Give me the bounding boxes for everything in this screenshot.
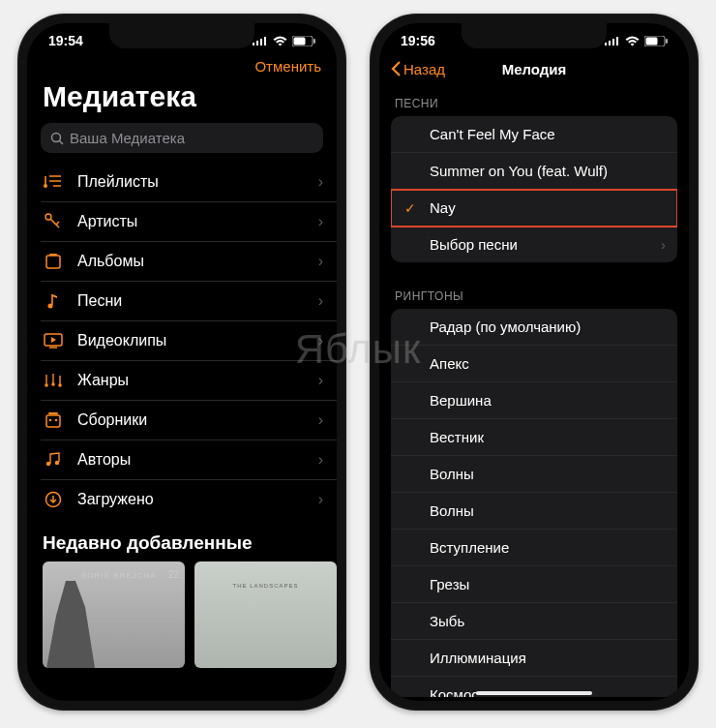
downloaded-icon (43, 491, 64, 508)
status-icons (253, 36, 315, 46)
home-indicator[interactable] (476, 691, 592, 695)
song-row[interactable]: Can't Feel My Face (391, 116, 677, 153)
search-input[interactable]: Ваша Медиатека (41, 123, 323, 153)
ringtone-row[interactable]: Зыбь (391, 603, 677, 640)
svg-rect-28 (48, 412, 58, 414)
svg-rect-16 (46, 256, 60, 268)
svg-rect-6 (313, 39, 315, 44)
svg-point-30 (55, 461, 59, 465)
chevron-right-icon: › (318, 332, 323, 349)
category-downloaded[interactable]: Загружено › (41, 480, 337, 519)
svg-point-23 (51, 382, 55, 386)
category-playlists[interactable]: Плейлисты › (41, 163, 337, 202)
category-composers[interactable]: Авторы › (41, 440, 337, 480)
videos-icon (43, 333, 64, 349)
search-icon (50, 132, 64, 145)
svg-rect-25 (46, 415, 60, 427)
svg-rect-34 (612, 39, 614, 46)
svg-point-27 (55, 419, 58, 422)
back-label: Назад (403, 61, 445, 77)
album-title: BORIS BREJCHA (81, 571, 156, 580)
nav-bar: Назад Мелодия (379, 52, 689, 83)
ringtone-label: Зыбь (430, 613, 666, 629)
ringtone-row[interactable]: Волны (391, 456, 677, 493)
category-genres[interactable]: Жанры › (41, 361, 337, 401)
album-badge: 22 (168, 569, 179, 580)
category-albums[interactable]: Альбомы › (41, 242, 337, 282)
ringtone-label: Волны (430, 466, 666, 482)
ringtone-label: Вестник (430, 429, 666, 445)
svg-point-26 (49, 419, 52, 422)
ringtone-label: Апекс (430, 355, 666, 372)
album-art[interactable]: THE LANDSCAPES (194, 561, 337, 668)
ringtone-label: Волны (430, 502, 666, 519)
chevron-right-icon: › (318, 451, 323, 469)
back-button[interactable]: Назад (391, 60, 445, 77)
composers-icon (43, 452, 64, 468)
chevron-right-icon: › (318, 213, 323, 230)
status-time: 19:56 (401, 33, 435, 48)
svg-point-7 (52, 133, 61, 141)
svg-rect-5 (294, 37, 306, 45)
wifi-icon (625, 36, 640, 46)
playlists-icon (43, 173, 64, 191)
ringtone-row[interactable]: Грезы (391, 566, 677, 603)
status-icons (605, 36, 668, 46)
pick-song-row[interactable]: Выбор песни › (391, 227, 677, 262)
recently-added-list[interactable]: BORIS BREJCHA 22 THE LANDSCAPES (27, 561, 337, 668)
ringtone-row[interactable]: Радар (по умолчанию) (391, 309, 677, 346)
status-time: 19:54 (48, 33, 83, 48)
svg-rect-37 (646, 37, 658, 45)
songs-section-header: ПЕСНИ (379, 83, 689, 116)
song-label: Can't Feel My Face (430, 126, 666, 142)
svg-rect-3 (264, 37, 266, 46)
songs-icon (43, 292, 64, 310)
chevron-right-icon: › (318, 292, 323, 310)
ringtone-label: Иллюминация (430, 650, 666, 666)
category-label: Плейлисты (77, 173, 305, 191)
category-artists[interactable]: Артисты › (41, 202, 337, 242)
svg-rect-38 (666, 39, 668, 44)
ringtone-row[interactable]: Апекс (391, 346, 677, 382)
signal-icon (605, 36, 620, 46)
ringtone-label: Радар (по умолчанию) (430, 318, 666, 335)
cancel-button[interactable]: Отменить (254, 58, 321, 75)
category-songs[interactable]: Песни › (41, 282, 337, 321)
svg-rect-17 (49, 254, 57, 256)
ringtone-row[interactable]: Волны (391, 493, 677, 530)
ringtone-row[interactable]: Вершина (391, 382, 677, 419)
category-compilations[interactable]: Сборники › (41, 401, 337, 440)
ringtone-row[interactable]: Иллюминация (391, 640, 677, 677)
chevron-right-icon: › (318, 253, 323, 270)
ringtone-row[interactable]: Вступление (391, 530, 677, 566)
signal-icon (253, 36, 268, 46)
song-label: Summer on You (feat. Wulf) (430, 163, 666, 179)
albums-icon (43, 253, 64, 270)
category-label: Загружено (77, 491, 305, 508)
chevron-right-icon: › (318, 411, 323, 429)
svg-rect-32 (605, 43, 607, 46)
svg-rect-2 (260, 39, 262, 46)
song-row-selected[interactable]: ✓ Nay (391, 190, 677, 227)
category-videos[interactable]: Видеоклипы › (41, 321, 337, 361)
compilations-icon (43, 411, 64, 429)
check-icon: ✓ (404, 200, 420, 216)
album-art[interactable]: BORIS BREJCHA 22 (43, 561, 185, 668)
chevron-right-icon: › (318, 173, 323, 191)
ringtone-label: Вершина (430, 392, 666, 409)
song-row[interactable]: Summer on You (feat. Wulf) (391, 153, 677, 190)
notch (109, 23, 254, 48)
battery-icon (644, 36, 668, 46)
chevron-right-icon: › (318, 372, 323, 389)
svg-point-18 (48, 304, 53, 309)
ringtone-row[interactable]: Вестник (391, 419, 677, 456)
category-label: Песни (77, 292, 305, 310)
search-placeholder: Ваша Медиатека (70, 130, 185, 146)
pick-song-label: Выбор песни (430, 236, 651, 253)
chevron-right-icon: › (661, 236, 666, 253)
ringtones-group: Радар (по умолчанию) Апекс Вершина Вестн… (391, 309, 677, 697)
battery-icon (292, 36, 315, 46)
page-title: Медиатека (27, 76, 337, 123)
ringtone-label: Грезы (430, 576, 666, 592)
nav-bar: Отменить (27, 52, 337, 76)
